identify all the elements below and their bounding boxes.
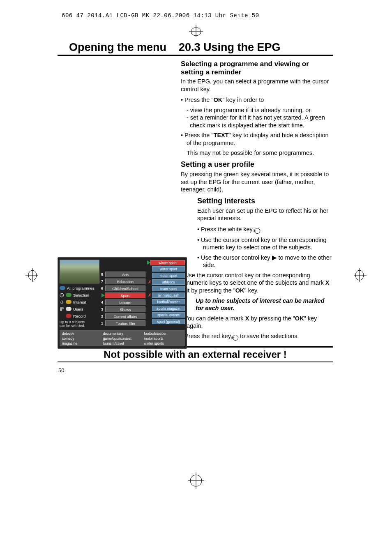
tag-grid: detectivdocumentaryfootball/soccercomedy…: [60, 330, 185, 347]
tag: detectiv: [62, 332, 101, 336]
category-label: Education: [105, 279, 145, 284]
right-arrow-icon: ▶: [272, 254, 277, 261]
bullet: • Use the cursor control key or the corr…: [181, 272, 333, 295]
red-key-icon: ⊛: [233, 335, 238, 341]
svg-rect-16: [62, 308, 63, 309]
side-item-record: Record: [60, 313, 99, 319]
sub-label: football/soccer: [152, 299, 185, 304]
registration-mark-icon: [25, 268, 38, 282]
svg-rect-17: [60, 309, 62, 311]
osd-screenshot: All programmes Selection Interest: [58, 257, 187, 349]
tag: tourism/travel: [103, 341, 142, 345]
heading: Setting a user profile: [181, 160, 333, 169]
bullet: • Press the "TEXT" key to display and hi…: [181, 131, 333, 147]
tv-frame: All programmes Selection Interest: [58, 257, 187, 349]
text: by pressing the ": [249, 315, 295, 322]
category-row: 2Current affairs: [101, 313, 145, 320]
text: to save the selections.: [238, 333, 299, 339]
title-left: Opening the menu: [58, 41, 166, 54]
category-row: 6Children/School: [101, 285, 145, 292]
svg-rect-15: [60, 308, 62, 309]
side-label: Interest: [73, 300, 86, 304]
text: • Press the red key: [181, 333, 233, 339]
text: .: [260, 226, 262, 233]
category-row: 7Education: [101, 278, 145, 285]
page-number: 50: [58, 367, 333, 373]
subcategory-row: water sport: [147, 266, 185, 272]
side-item-interest: Interest: [60, 299, 99, 305]
registration-mark-icon: [354, 268, 367, 282]
category-label: Feature film: [105, 320, 145, 326]
body-column: • Use the cursor control key or the corr…: [181, 272, 333, 341]
bullet: • Use the cursor control key or the corr…: [197, 236, 333, 251]
subcategory-list: winter sportwater sportmotor sport✗athle…: [145, 260, 185, 328]
scan-header: 606 47 2014.A1 LCD-GB MK 22.06.2006 14:1…: [62, 12, 259, 19]
paragraph: In the EPG, you can select a programme w…: [181, 78, 333, 93]
tag: winter sports: [144, 341, 182, 345]
category-number: 6: [101, 286, 105, 290]
sub-label: motor sport: [152, 273, 185, 278]
tag: game/quiz/contest: [103, 336, 142, 341]
category-number: 8: [101, 272, 105, 276]
subcategory-row: special events: [147, 312, 185, 318]
subheading: Selecting a programme and viewing or set…: [181, 60, 333, 76]
footer-note: Up to 9 subjects can be selected.: [60, 320, 99, 328]
sub-label: tennis/squash: [152, 292, 185, 298]
title-right: 20.3 Using the EPG: [179, 41, 281, 54]
sub-bullet: - set a reminder for it if it has not ye…: [181, 114, 333, 129]
play-icon: [101, 293, 105, 297]
key-name: TEXT: [214, 132, 229, 138]
text: • Use the cursor control key or the corr…: [181, 272, 325, 286]
sub-label: sport (general): [152, 319, 185, 324]
sub-label: winter sport: [150, 260, 185, 265]
subcategory-row: football/soccer: [147, 299, 185, 305]
category-label: Shows: [105, 306, 145, 312]
bullet: • Press the white key ⦾.: [197, 226, 333, 234]
text: can be selected.: [60, 324, 99, 328]
sub-label: special events: [152, 312, 185, 318]
sub-bullet: - view the programme if it is already ru…: [181, 106, 333, 114]
subcategory-row: ✗athletics: [147, 279, 185, 285]
subcategory-row: team sport: [147, 286, 185, 292]
key-name: OK: [235, 287, 244, 294]
note: ☞ Up to nine subjects of interest can be…: [181, 297, 333, 312]
subcategory-row: sport (general): [147, 318, 185, 325]
category-number: 2: [101, 314, 105, 318]
play-icon: [147, 260, 150, 265]
side-item-users: Users: [60, 306, 99, 312]
key-name: OK: [295, 315, 304, 322]
mark-x: ✗: [147, 280, 152, 284]
bullet: • Press the "OK" key in order to: [181, 96, 333, 104]
registration-mark-icon: [189, 25, 203, 37]
registration-mark-icon: [188, 472, 204, 489]
body-column-narrow: Setting interests Each user can set up t…: [197, 197, 333, 269]
body-column: Selecting a programme and viewing or set…: [181, 60, 333, 193]
category-label: Current affairs: [105, 313, 145, 319]
clock-icon: [60, 293, 64, 297]
subcategory-row: winter sport: [147, 260, 185, 265]
category-number: 3: [101, 307, 105, 311]
paragraph: By pressing the green key several times,…: [181, 170, 333, 193]
paragraph: This may not be possible for some progra…: [181, 149, 333, 157]
category-label: Sport: [105, 292, 145, 298]
category-number: 1: [101, 321, 105, 325]
subcategory-row: ✗tennis/squash: [147, 292, 185, 298]
pill-icon: [60, 286, 65, 290]
tag: magazine: [62, 341, 101, 345]
tag: motor sports: [144, 336, 182, 341]
category-label: Leicure: [105, 299, 145, 305]
mark-x: X: [245, 315, 249, 322]
key-name: OK: [214, 97, 223, 103]
category-label: Children/School: [105, 286, 145, 291]
tag: comedy: [62, 336, 101, 341]
sub-label: sports magazin: [152, 306, 185, 311]
sub-label: water sport: [152, 266, 185, 272]
preview-image: [60, 260, 99, 283]
subcategory-row: motor sport: [147, 272, 185, 279]
pill-icon: [66, 314, 71, 318]
category-number: 7: [101, 279, 105, 283]
side-label: Users: [73, 307, 83, 311]
mark-x: X: [325, 279, 330, 286]
mark-x: ✗: [147, 293, 152, 297]
side-item-all: All programmes: [60, 285, 99, 291]
